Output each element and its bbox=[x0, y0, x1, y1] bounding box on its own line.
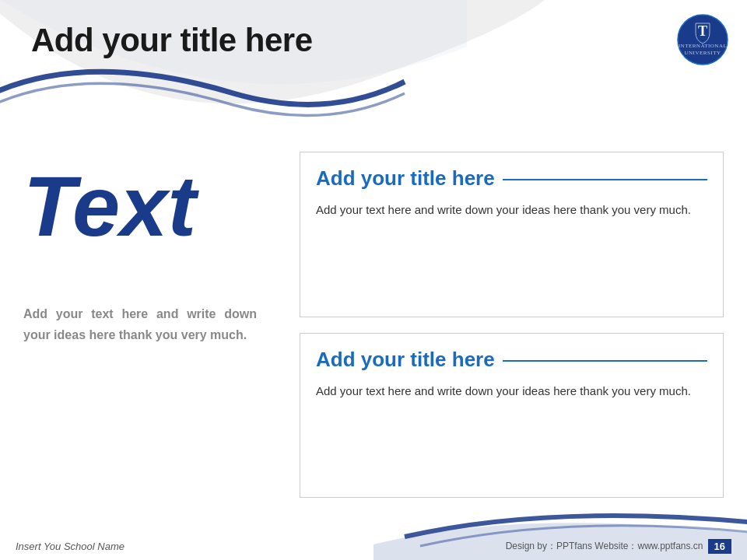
content-box-1: Add your title here Add your text here a… bbox=[300, 152, 724, 317]
box2-body-text: Add your text here and write down your i… bbox=[316, 381, 707, 401]
top-decoration bbox=[0, 0, 747, 140]
svg-point-0 bbox=[678, 15, 728, 65]
page-number: 16 bbox=[708, 539, 731, 554]
design-credit: Design by：PPTfans Website：www.pptfans.cn bbox=[506, 540, 703, 553]
school-name-label: Insert You School Name bbox=[16, 541, 124, 552]
right-column: Add your title here Add your text here a… bbox=[300, 152, 724, 498]
box1-body-text: Add your text here and write down your i… bbox=[316, 200, 707, 220]
content-box-2: Add your title here Add your text here a… bbox=[300, 333, 724, 499]
slide-title: Add your title here bbox=[31, 22, 313, 59]
slide: Add your title here T INTERNATIONAL UNIV… bbox=[0, 0, 747, 560]
box1-title-text: Add your title here bbox=[316, 166, 495, 191]
footer-right: Design by：PPTfans Website：www.pptfans.cn… bbox=[506, 539, 731, 554]
left-body-text: Add your text here and write down your i… bbox=[23, 303, 257, 345]
university-logo: T INTERNATIONAL UNIVERSITY bbox=[677, 14, 731, 68]
large-text-label: Text bbox=[23, 163, 280, 249]
svg-text:T: T bbox=[698, 23, 707, 39]
box1-title-line bbox=[503, 179, 707, 180]
box2-title-row: Add your title here bbox=[316, 348, 707, 372]
box2-title-text: Add your title here bbox=[316, 348, 495, 372]
footer: Insert You School Name Design by：PPTfans… bbox=[0, 532, 747, 560]
box1-title-row: Add your title here bbox=[316, 166, 707, 191]
box2-title-line bbox=[503, 360, 707, 362]
svg-text:UNIVERSITY: UNIVERSITY bbox=[685, 50, 721, 56]
